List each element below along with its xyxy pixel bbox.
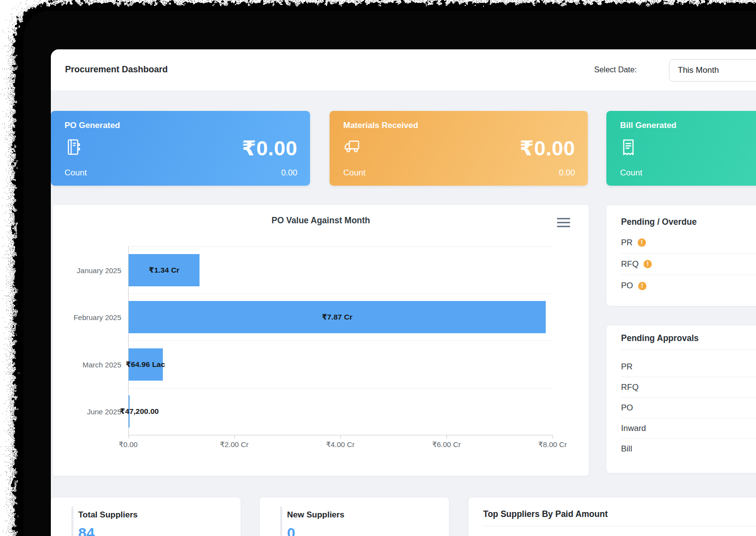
pending-overdue-item-pr[interactable]: PR bbox=[621, 232, 756, 254]
pending-approvals-item-bill[interactable]: Bill bbox=[621, 439, 756, 459]
bar-chart-plot: January 2025 ₹1.34 Cr February 2025 ₹7.8… bbox=[128, 246, 553, 435]
count-value: 0.00 bbox=[559, 168, 575, 178]
stat-card-value: ₹0.00 bbox=[242, 136, 297, 160]
item-label: PO bbox=[621, 403, 633, 413]
stat-card-title: Materials Received bbox=[343, 121, 418, 130]
item-label: PR bbox=[621, 362, 633, 372]
category-label: February 2025 bbox=[73, 313, 121, 322]
chart-title: PO Value Against Month bbox=[53, 215, 589, 226]
new-suppliers-value: 0 bbox=[287, 525, 295, 536]
x-axis-tick-label: ₹4.00 Cr bbox=[326, 440, 355, 449]
count-label: Count bbox=[65, 168, 87, 178]
stat-card-footer: Count 0.00 bbox=[620, 168, 756, 178]
new-suppliers-card: New Suppliers 0 bbox=[260, 497, 449, 536]
exclamation-circle-icon bbox=[638, 282, 646, 290]
card-title: Total Suppliers bbox=[78, 510, 138, 520]
x-axis-tick-mark bbox=[129, 435, 129, 439]
category-label: January 2025 bbox=[77, 266, 121, 274]
bar-value-label: ₹64.96 Lac bbox=[126, 360, 165, 369]
stat-card-title: Bill Generated bbox=[620, 121, 676, 130]
pending-approvals-panel: Pending Approvals PR RFQ PO Inward Bill bbox=[606, 325, 756, 473]
hamburger-menu-icon[interactable] bbox=[557, 218, 570, 227]
po-value-chart-card: PO Value Against Month January 2025 ₹1.3… bbox=[53, 205, 589, 476]
date-filter-value: This Month bbox=[678, 65, 719, 75]
x-axis-tick-mark bbox=[340, 435, 341, 439]
pending-approvals-item-pr[interactable]: PR bbox=[621, 357, 756, 377]
page-title: Procurement Dashboard bbox=[65, 64, 168, 75]
x-axis-tick-label: ₹6.00 Cr bbox=[432, 440, 461, 449]
stat-card-value: ₹0.00 bbox=[520, 136, 575, 160]
bar-value-label: ₹7.87 Cr bbox=[322, 313, 352, 322]
chart-bar-row: March 2025 ₹64.96 Lac bbox=[129, 341, 553, 388]
stat-card-footer: Count 0.00 bbox=[65, 168, 297, 178]
exclamation-circle-icon bbox=[644, 260, 652, 268]
chart-bar-row: June 2025 ₹47,200.00 bbox=[129, 388, 553, 435]
x-axis-tick-label: ₹2.00 Cr bbox=[220, 440, 249, 449]
date-filter-select[interactable]: This Month bbox=[669, 59, 756, 82]
stat-card-bill-generated: Bill Generated ₹0.00 Count 0.00 bbox=[606, 111, 756, 186]
stat-card-footer: Count 0.00 bbox=[343, 168, 575, 178]
item-label: PO bbox=[621, 281, 633, 291]
screenshot-stage: Procurement Dashboard Select Date: This … bbox=[0, 0, 756, 536]
item-label: Inward bbox=[621, 424, 646, 433]
delivery-truck-icon bbox=[343, 138, 362, 154]
panel-title: Pending Approvals bbox=[621, 333, 756, 350]
stat-card-title: PO Generated bbox=[65, 121, 120, 130]
count-label: Count bbox=[620, 168, 642, 178]
pending-approvals-item-po[interactable]: PO bbox=[621, 398, 756, 418]
total-suppliers-card: Total Suppliers 84 bbox=[51, 497, 241, 536]
accent-bar bbox=[71, 506, 73, 536]
x-axis-tick-label: ₹0.00 bbox=[119, 440, 138, 449]
pending-overdue-item-po[interactable]: PO bbox=[621, 275, 756, 297]
pending-overdue-list: PR RFQ PO bbox=[621, 232, 756, 297]
pending-approvals-list: PR RFQ PO Inward Bill bbox=[621, 357, 756, 459]
x-axis-tick-label: ₹8.00 Cr bbox=[538, 440, 567, 449]
x-axis-tick-mark bbox=[446, 435, 447, 439]
pending-approvals-item-inward[interactable]: Inward bbox=[621, 418, 756, 439]
receipt-icon bbox=[620, 138, 637, 157]
item-label: PR bbox=[621, 238, 633, 248]
bar-value-label: ₹47,200.00 bbox=[120, 407, 159, 416]
item-label: RFQ bbox=[621, 259, 639, 269]
x-axis-tick-mark bbox=[553, 435, 553, 439]
item-label: RFQ bbox=[621, 383, 639, 392]
stat-card-po-generated: PO Generated ₹0.00 Count 0.00 bbox=[51, 111, 310, 186]
accent-bar bbox=[280, 506, 282, 536]
panel-title: Pending / Overdue bbox=[621, 217, 756, 227]
bar-value-label: ₹1.34 Cr bbox=[149, 266, 179, 275]
chart-bar-row: January 2025 ₹1.34 Cr bbox=[129, 246, 553, 294]
select-date-label: Select Date: bbox=[594, 65, 637, 74]
total-suppliers-value: 84 bbox=[78, 525, 94, 536]
purchase-order-book-icon bbox=[65, 138, 82, 156]
pending-approvals-item-rfq[interactable]: RFQ bbox=[621, 377, 756, 398]
count-value: 0.00 bbox=[281, 168, 297, 178]
count-label: Count bbox=[343, 168, 365, 178]
category-label: June 2025 bbox=[87, 407, 121, 416]
pending-overdue-panel: Pending / Overdue PR RFQ PO bbox=[606, 205, 756, 306]
header-bar: Procurement Dashboard Select Date: This … bbox=[51, 49, 756, 90]
top-suppliers-card: Top Suppliers By Paid Amount bbox=[468, 497, 756, 536]
x-axis-labels: ₹0.00₹2.00 Cr₹4.00 Cr₹6.00 Cr₹8.00 Cr bbox=[128, 440, 553, 450]
x-axis-tick-mark bbox=[234, 435, 235, 439]
stat-card-materials-received: Materials Received ₹0.00 Count 0.00 bbox=[330, 111, 588, 186]
card-title: New Suppliers bbox=[287, 510, 344, 520]
item-label: Bill bbox=[621, 444, 632, 454]
exclamation-circle-icon bbox=[638, 238, 646, 247]
category-label: March 2025 bbox=[83, 360, 121, 368]
procurement-dashboard: Procurement Dashboard Select Date: This … bbox=[51, 49, 756, 536]
chart-bar-row: February 2025 ₹7.87 Cr bbox=[129, 294, 553, 341]
card-title: Top Suppliers By Paid Amount bbox=[483, 509, 756, 526]
pending-overdue-item-rfq[interactable]: RFQ bbox=[621, 254, 756, 275]
